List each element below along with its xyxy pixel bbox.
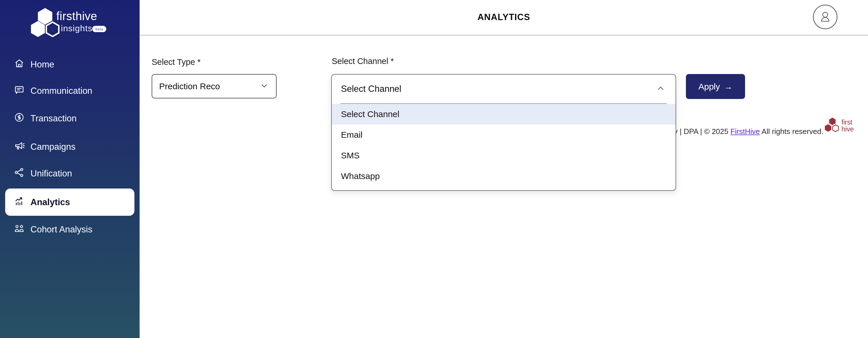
sidebar-item-cohort-analysis[interactable]: Cohort Analysis bbox=[0, 219, 140, 240]
apply-button[interactable]: Apply → bbox=[686, 74, 745, 99]
footer-text: y | DPA | © 2025 FirstHive All rights re… bbox=[674, 127, 824, 136]
firsthive-link[interactable]: FirstHive bbox=[731, 127, 760, 136]
chevron-up-icon bbox=[655, 83, 666, 95]
sidebar-item-communication[interactable]: Communication bbox=[0, 80, 140, 101]
select-type-dropdown[interactable]: Prediction Reco bbox=[152, 74, 277, 98]
arrow-right-icon: → bbox=[724, 82, 733, 92]
channel-option-whatsapp[interactable]: Whatsapp bbox=[332, 166, 676, 187]
select-channel-label: Select Channel * bbox=[332, 57, 394, 66]
apply-button-label: Apply bbox=[698, 82, 720, 92]
sidebar-item-label: Unification bbox=[30, 168, 72, 179]
sidebar-item-label: Cohort Analysis bbox=[30, 224, 92, 235]
sidebar-item-analytics[interactable]: Analytics bbox=[5, 189, 134, 216]
campaigns-icon bbox=[14, 140, 25, 154]
select-channel-value: Select Channel bbox=[341, 84, 401, 94]
select-channel-control[interactable]: Select Channel bbox=[332, 75, 676, 103]
beta-badge: beta bbox=[92, 26, 106, 32]
channel-option-sms[interactable]: SMS bbox=[332, 145, 676, 166]
sidebar-item-label: Analytics bbox=[30, 197, 70, 207]
unification-icon bbox=[14, 167, 25, 180]
channel-option-select-channel[interactable]: Select Channel bbox=[332, 104, 676, 125]
sidebar-item-label: Campaigns bbox=[30, 142, 75, 152]
user-avatar[interactable] bbox=[813, 5, 838, 29]
select-type-label: Select Type * bbox=[152, 57, 200, 67]
footer-logo-line2: hive bbox=[842, 126, 854, 133]
sidebar-item-label: Transaction bbox=[30, 113, 77, 124]
select-type-value: Prediction Reco bbox=[159, 81, 220, 91]
person-icon bbox=[818, 9, 833, 24]
sidebar: firsthive insights beta Home Communicati… bbox=[0, 0, 140, 338]
sidebar-item-label: Communication bbox=[30, 86, 92, 96]
firsthive-hex-icon bbox=[823, 117, 841, 134]
chevron-down-icon bbox=[259, 81, 269, 92]
footer-prefix: y | DPA | © 2025 bbox=[674, 127, 731, 136]
firsthive-footer-logo: first hive bbox=[823, 117, 854, 134]
logo-title: firsthive bbox=[56, 10, 97, 23]
footer-logo-line1: first bbox=[842, 119, 854, 126]
sidebar-item-transaction[interactable]: Transaction bbox=[0, 108, 140, 129]
home-icon bbox=[14, 58, 25, 71]
cohort-analysis-icon bbox=[14, 223, 25, 236]
footer-suffix: All rights reserved. bbox=[760, 127, 824, 136]
channel-option-email[interactable]: Email bbox=[332, 125, 676, 145]
sidebar-item-unification[interactable]: Unification bbox=[0, 163, 140, 184]
transaction-icon bbox=[14, 112, 25, 125]
page-title: ANALYTICS bbox=[140, 12, 868, 22]
sidebar-item-campaigns[interactable]: Campaigns bbox=[0, 137, 140, 157]
select-channel-dropdown: Select Channel Select Channel Email SMS … bbox=[331, 74, 676, 191]
header: ANALYTICS bbox=[140, 0, 868, 36]
sidebar-item-home[interactable]: Home bbox=[0, 54, 140, 75]
analytics-icon bbox=[14, 196, 25, 209]
logo-subtitle: insights bbox=[61, 24, 92, 33]
sidebar-item-label: Home bbox=[30, 59, 54, 70]
communication-icon bbox=[14, 84, 25, 98]
